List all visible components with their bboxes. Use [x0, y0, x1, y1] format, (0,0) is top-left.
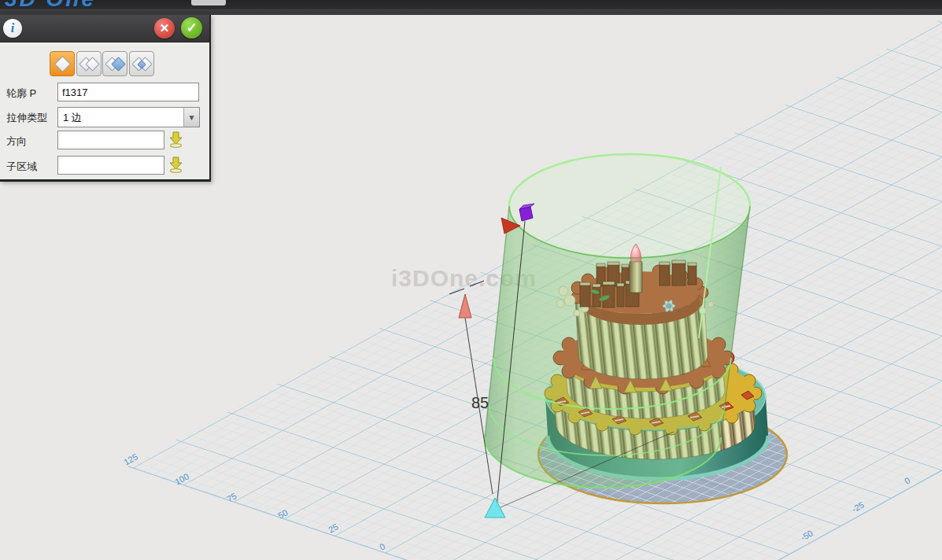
profile-label: 轮廓 P: [6, 87, 36, 101]
extrude-dialog: i ✕ ✓ 轮廓 P 拉伸类型 1 边 ▼ 方向: [0, 15, 211, 182]
direction-picker-icon[interactable]: [168, 131, 183, 148]
confirm-button[interactable]: ✓: [181, 17, 202, 39]
diamond-icon: [54, 56, 71, 72]
mode-button-subtract[interactable]: [102, 51, 127, 76]
profile-input[interactable]: [57, 83, 199, 101]
cancel-button[interactable]: ✕: [154, 18, 175, 39]
dimension-value-label: 85: [471, 394, 489, 411]
direction-label: 方向: [6, 134, 27, 149]
application-window: 125 100 75 50 25 0 0 -25 -50 i3DOne.com: [0, 0, 942, 560]
extrude-type-value: 1 边: [63, 111, 82, 125]
subregion-label: 子区域: [6, 160, 37, 174]
direction-input[interactable]: [57, 131, 164, 149]
extrude-type-select[interactable]: 1 边 ▼: [57, 107, 200, 127]
mode-button-extrude[interactable]: [50, 51, 75, 76]
info-icon[interactable]: i: [3, 19, 22, 38]
mode-button-intersect[interactable]: [129, 51, 154, 76]
title-bar-seam: [0, 9, 942, 15]
dialog-header: i ✕ ✓: [0, 15, 209, 42]
extrude-type-label: 拉伸类型: [6, 111, 47, 125]
title-bar: 3D One: [0, 0, 942, 15]
dropdown-arrow-icon[interactable]: ▼: [183, 108, 199, 127]
app-logo: 3D One: [5, 0, 96, 12]
subregion-input[interactable]: [57, 156, 164, 175]
subregion-picker-icon[interactable]: [168, 156, 183, 173]
title-bar-tab[interactable]: [191, 0, 226, 6]
mode-button-add[interactable]: [76, 51, 102, 76]
